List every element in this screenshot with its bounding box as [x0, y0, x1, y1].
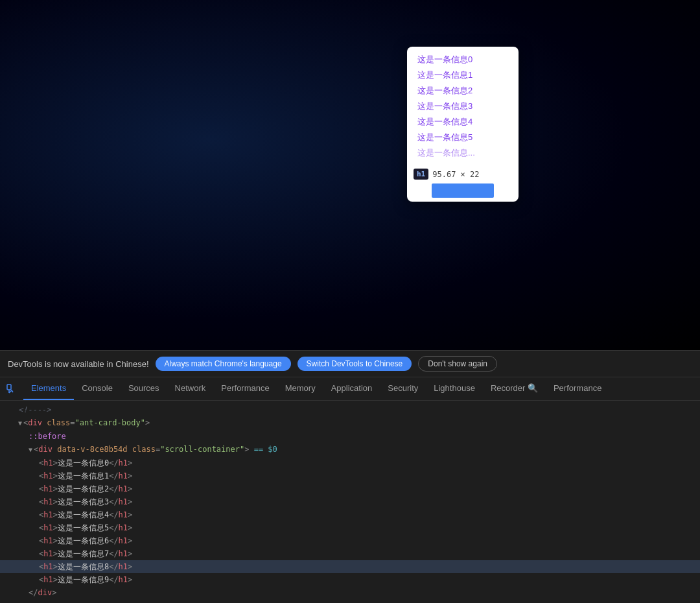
element-size-text: 95.67 × 22 — [432, 170, 479, 179]
code-h1-2: <h1>这是一条信息2</h1> — [0, 482, 700, 495]
tooltip-item-1: 这是一条信息1 — [407, 67, 519, 83]
tab-console[interactable]: Console — [74, 377, 121, 400]
tab-performance[interactable]: Performance — [213, 377, 277, 400]
tab-sources[interactable]: Sources — [121, 377, 167, 400]
code-h1-6: <h1>这是一条信息6</h1> — [0, 534, 700, 547]
code-h1-7: <h1>这是一条信息7</h1> — [0, 547, 700, 560]
tab-recorder[interactable]: Recorder 🔍 — [483, 377, 546, 400]
tooltip-item-3: 这是一条信息3 — [407, 99, 519, 114]
code-h1-9: <h1>这是一条信息9</h1> — [0, 573, 700, 586]
dont-show-again-button[interactable]: Don't show again — [418, 356, 497, 372]
switch-to-chinese-button[interactable]: Switch DevTools to Chinese — [298, 357, 412, 371]
element-highlight-bar — [432, 183, 494, 198]
tab-memory[interactable]: Memory — [277, 377, 323, 400]
devtools-notification-bar: DevTools is now available in Chinese! Al… — [0, 350, 700, 377]
elements-panel: <!----> ▼<div class="ant-card-body"> ::b… — [0, 401, 700, 603]
element-tooltip: 这是一条信息0 这是一条信息1 这是一条信息2 这是一条信息3 这是一条信息4 … — [407, 47, 519, 202]
code-h1-8[interactable]: <h1>这是一条信息8</h1> — [0, 560, 700, 573]
tooltip-item-4: 这是一条信息4 — [407, 114, 519, 130]
code-before: ::before — [0, 430, 700, 443]
element-tag-badge: h1 — [414, 169, 428, 180]
tooltip-item-2: 这是一条信息2 — [407, 83, 519, 99]
code-h1-3: <h1>这是一条信息3</h1> — [0, 495, 700, 508]
tab-performance2[interactable]: Performance — [546, 377, 609, 400]
code-h1-5: <h1>这是一条信息5</h1> — [0, 521, 700, 534]
code-h1-0: <h1>这是一条信息0</h1> — [0, 456, 700, 469]
code-h1-4: <h1>这是一条信息4</h1> — [0, 508, 700, 521]
tab-network[interactable]: Network — [167, 377, 214, 400]
svg-line-3 — [12, 390, 13, 392]
notification-text: DevTools is now available in Chinese! — [8, 359, 149, 369]
tab-application[interactable]: Application — [323, 377, 380, 400]
code-h1-1: <h1>这是一条信息1</h1> — [0, 469, 700, 482]
tab-elements[interactable]: Elements — [23, 377, 74, 400]
devtools-inspect-icon[interactable] — [0, 377, 23, 400]
tooltip-item-0: 这是一条信息0 — [407, 52, 519, 67]
code-closing-div: </div> — [0, 586, 700, 599]
always-match-language-button[interactable]: Always match Chrome's language — [156, 357, 291, 371]
code-div-ant-card[interactable]: ▼<div class="ant-card-body"> — [0, 416, 700, 430]
tab-lighthouse[interactable]: Lighthouse — [426, 377, 483, 400]
tooltip-item-5: 这是一条信息5 — [407, 130, 519, 145]
tooltip-item-6: 这是一条信息... — [407, 145, 519, 161]
tooltip-size-badge: h1 95.67 × 22 — [407, 166, 519, 183]
browser-viewport: 这是一条信息0 这是一条信息1 这是一条信息2 这是一条信息3 这是一条信息4 … — [0, 0, 700, 350]
devtools-tab-bar: Elements Console Sources Network Perform… — [0, 377, 700, 401]
code-comment: <!----> — [0, 403, 700, 416]
code-div-scroll[interactable]: ▼<div data-v-8ce8b54d class="scroll-cont… — [0, 443, 700, 456]
tab-security[interactable]: Security — [380, 377, 426, 400]
svg-rect-0 — [7, 384, 11, 390]
